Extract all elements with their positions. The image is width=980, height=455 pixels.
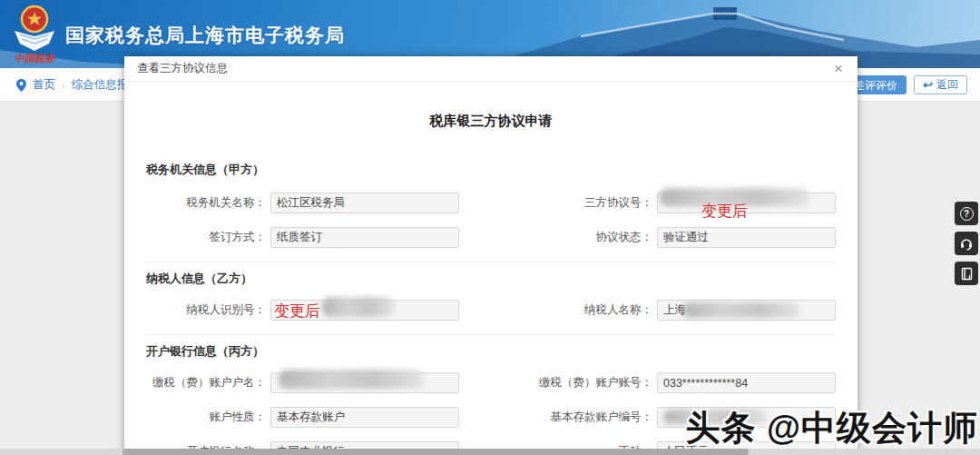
location-pin-icon	[16, 79, 26, 92]
agreement-number-field[interactable]: 变更后	[657, 193, 836, 213]
field-label: 缴税（费）账户账号：	[496, 375, 652, 391]
back-button[interactable]: ↩ 返回	[914, 75, 967, 94]
tax-authority-name-field[interactable]: 松江区税务局	[270, 193, 459, 213]
account-number-field[interactable]: 033************84	[657, 372, 836, 393]
modal-header: 查看三方协议信息 ×	[124, 56, 858, 82]
breadcrumb-separator: ›	[62, 80, 65, 91]
section-heading-party-c: 开户银行信息（丙方）	[146, 343, 836, 360]
question-mark-glyph: ?	[960, 207, 974, 221]
floating-side-icons: ?	[955, 202, 978, 285]
account-type-field[interactable]: 基本存款账户	[270, 407, 459, 428]
form-row: 纳税人识别号： 变更后 纳税人名称： 上海	[146, 300, 836, 321]
section-heading-party-b: 纳税人信息（乙方）	[146, 271, 836, 287]
site-title: 国家税务总局上海市电子税务局	[65, 23, 345, 48]
modal-body: 税库银三方协议申请 税务机关信息（甲方） 税务机关名称： 松江区税务局 三方协议…	[124, 113, 858, 455]
annotation-after-change: 变更后	[701, 201, 748, 222]
account-holder-field[interactable]	[270, 372, 459, 393]
field-label: 签订方式：	[146, 230, 266, 245]
field-label: 三方协议号：	[496, 195, 652, 211]
field-label: 税务机关名称：	[146, 195, 266, 211]
headset-glyph	[959, 236, 974, 251]
scrollbar-thumb[interactable]	[122, 449, 749, 455]
redacted-value	[682, 302, 800, 318]
page: 中国税务 国家税务总局上海市电子税务局 首页 › 综合信息报告 好差评评价 ↩ …	[0, 0, 980, 455]
redacted-value	[322, 297, 395, 317]
field-label: 纳税人名称：	[496, 302, 652, 318]
tax-bureau-emblem: 中国税务	[9, 4, 60, 65]
headset-icon[interactable]	[955, 232, 978, 255]
section-party-b: 纳税人信息（乙方） 纳税人识别号： 变更后 纳税人名称： 上海	[146, 262, 836, 321]
book-glyph	[960, 267, 974, 281]
breadcrumb: 首页 › 综合信息报告	[16, 68, 140, 102]
field-label: 协议状态：	[496, 230, 652, 245]
help-icon[interactable]: ?	[955, 202, 978, 225]
field-label: 缴税（费）账户户名：	[146, 375, 266, 391]
annotation-after-change: 变更后	[274, 301, 320, 321]
close-icon[interactable]: ×	[832, 61, 845, 76]
form-row: 签订方式： 纸质签订 协议状态： 验证通过	[146, 227, 836, 248]
redacted-value	[279, 370, 424, 389]
field-label: 基本存款账户编号：	[496, 410, 652, 425]
logo-caption-text: 中国税务	[15, 53, 55, 64]
field-value: 验证通过	[663, 230, 709, 245]
modal-title: 查看三方协议信息	[137, 61, 228, 76]
field-value: 松江区税务局	[277, 195, 345, 211]
form-row: 缴税（费）账户户名： 缴税（费）账户账号： 033************84	[146, 372, 836, 393]
back-arrow-icon: ↩	[923, 79, 933, 91]
book-icon[interactable]	[955, 262, 978, 285]
field-label: 账户性质：	[146, 410, 266, 425]
back-button-label: 返回	[936, 78, 958, 92]
agreement-info-modal: 查看三方协议信息 × 税库银三方协议申请 税务机关信息（甲方） 税务机关名称： …	[124, 56, 858, 455]
taxpayer-id-field[interactable]: 变更后	[270, 300, 459, 321]
form-row: 税务机关名称： 松江区税务局 三方协议号： 变更后	[146, 193, 836, 213]
section-heading-party-a: 税务机关信息（甲方）	[146, 162, 836, 178]
redacted-value	[660, 188, 809, 206]
sign-method-field[interactable]: 纸质签订	[270, 227, 459, 248]
field-value: 纸质签订	[277, 230, 322, 245]
watermark-text: 头条 @中级会计师	[685, 405, 978, 451]
field-value: 基本存款账户	[277, 410, 345, 425]
agreement-status-field[interactable]: 验证通过	[657, 227, 836, 248]
field-value: 上海	[663, 302, 686, 318]
field-value: 033************84	[663, 377, 748, 390]
form-title: 税库银三方协议申请	[146, 113, 836, 130]
taxpayer-name-field[interactable]: 上海	[657, 300, 836, 321]
field-label: 纳税人识别号：	[146, 302, 266, 318]
breadcrumb-home[interactable]: 首页	[33, 77, 55, 93]
